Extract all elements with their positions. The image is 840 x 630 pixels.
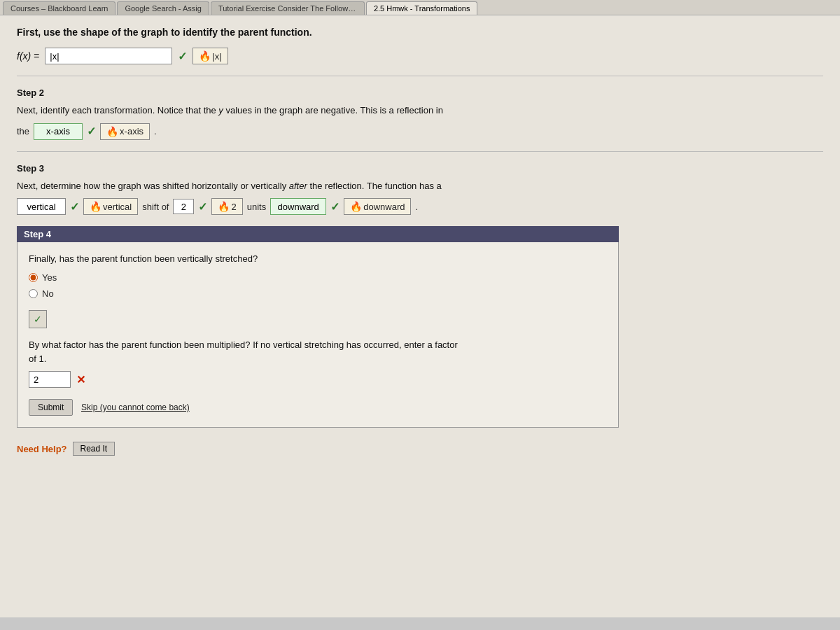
step3-input2[interactable] <box>173 199 194 214</box>
step3-result3: 🔥 downward <box>344 198 411 215</box>
step3-container: Step 3 Next, determine how the graph was… <box>17 163 823 216</box>
step2-input[interactable] <box>34 123 83 140</box>
tab-google[interactable]: Google Search - Assig <box>117 1 209 15</box>
submit-button[interactable]: Submit <box>29 399 73 416</box>
step2-result: 🔥 x-axis <box>100 123 150 140</box>
need-help-row: Need Help? Read It <box>17 442 823 456</box>
step3-result2-value: 2 <box>231 202 236 212</box>
step2-check: ✓ <box>87 125 96 138</box>
step3-result2-icon: 🔥 <box>218 201 230 212</box>
step3-label: Step 3 <box>17 163 823 174</box>
tab-blackboard[interactable]: Courses – Blackboard Learn <box>3 1 115 15</box>
step2-the: the <box>17 126 29 136</box>
fx-check: ✓ <box>178 50 187 63</box>
fx-row: f(x) = ✓ 🔥 |x| <box>17 48 823 64</box>
read-it-button[interactable]: Read It <box>73 442 115 456</box>
step3-check1: ✓ <box>70 200 79 214</box>
step4-header: Step 4 <box>17 226 619 242</box>
step4-question: Finally, has the parent function been ve… <box>29 253 607 264</box>
fx-input[interactable] <box>45 48 172 64</box>
factor-input[interactable] <box>29 371 71 388</box>
step2-container: Step 2 Next, identify each transformatio… <box>17 88 823 140</box>
step2-result-icon: 🔥 <box>106 126 118 137</box>
factor-text-1: By what factor has the parent function b… <box>29 340 458 350</box>
step2-row: the ✓ 🔥 x-axis . <box>17 123 823 140</box>
step3-result1-value: vertical <box>103 202 132 212</box>
step2-period: . <box>154 126 157 136</box>
divider-1 <box>17 76 823 76</box>
step4-label: Step 4 <box>24 229 51 239</box>
step2-text: Next, identify each transformation. Noti… <box>17 104 823 118</box>
fx-result: 🔥 |x| <box>192 48 227 64</box>
main-content: First, use the shape of the graph to ide… <box>0 15 840 617</box>
step3-units: units <box>247 202 266 212</box>
step2-label: Step 2 <box>17 88 823 98</box>
radio-no-label: No <box>42 288 54 299</box>
radio-no[interactable] <box>29 289 38 298</box>
step3-result3-value: downward <box>363 202 405 212</box>
divider-2 <box>17 151 823 152</box>
skip-button[interactable]: Skip (you cannot come back) <box>81 402 190 412</box>
step3-input1[interactable] <box>17 198 66 215</box>
step3-result2: 🔥 2 <box>211 198 242 215</box>
step3-row: ✓ 🔥 vertical shift of ✓ 🔥 2 units ✓ 🔥 do… <box>17 198 823 215</box>
factor-clear-icon[interactable]: ✕ <box>76 373 85 386</box>
step4-actions: Submit Skip (you cannot come back) <box>29 399 607 416</box>
step4-check-button[interactable]: ✓ <box>29 310 47 328</box>
factor-input-row: ✕ <box>29 371 607 388</box>
step3-result1: 🔥 vertical <box>83 198 138 215</box>
fx-result-value: |x| <box>212 51 221 62</box>
step3-period: . <box>415 202 418 212</box>
fx-label: f(x) = <box>17 50 39 62</box>
radio-yes[interactable] <box>29 273 38 282</box>
fx-result-icon: 🔥 <box>199 50 211 62</box>
step2-result-value: x-axis <box>120 126 144 136</box>
radio-yes-label: Yes <box>42 272 57 283</box>
step3-check2: ✓ <box>198 200 207 214</box>
intro-text: First, use the shape of the graph to ide… <box>17 27 823 38</box>
step3-text: Next, determine how the graph was shifte… <box>17 179 823 193</box>
step3-input3[interactable] <box>270 198 326 215</box>
step3-result1-icon: 🔥 <box>90 201 102 212</box>
tab-hmwk[interactable]: 2.5 Hmwk - Transformations <box>366 1 478 15</box>
step3-result3-icon: 🔥 <box>350 201 362 212</box>
step4-body: Finally, has the parent function been ve… <box>17 242 619 428</box>
step3-shift-of: shift of <box>142 202 169 212</box>
browser-tabs: Courses – Blackboard Learn Google Search… <box>0 0 840 15</box>
tab-tutorial[interactable]: Tutorial Exercise Consider The Following… <box>211 1 365 15</box>
factor-text-2: of 1. <box>29 354 46 364</box>
factor-text: By what factor has the parent function b… <box>29 338 607 365</box>
step3-check3: ✓ <box>330 200 340 214</box>
need-help-label: Need Help? <box>17 444 67 454</box>
radio-yes-row: Yes <box>29 272 607 283</box>
step4-container: Step 4 Finally, has the parent function … <box>17 226 619 428</box>
radio-no-row: No <box>29 288 607 299</box>
